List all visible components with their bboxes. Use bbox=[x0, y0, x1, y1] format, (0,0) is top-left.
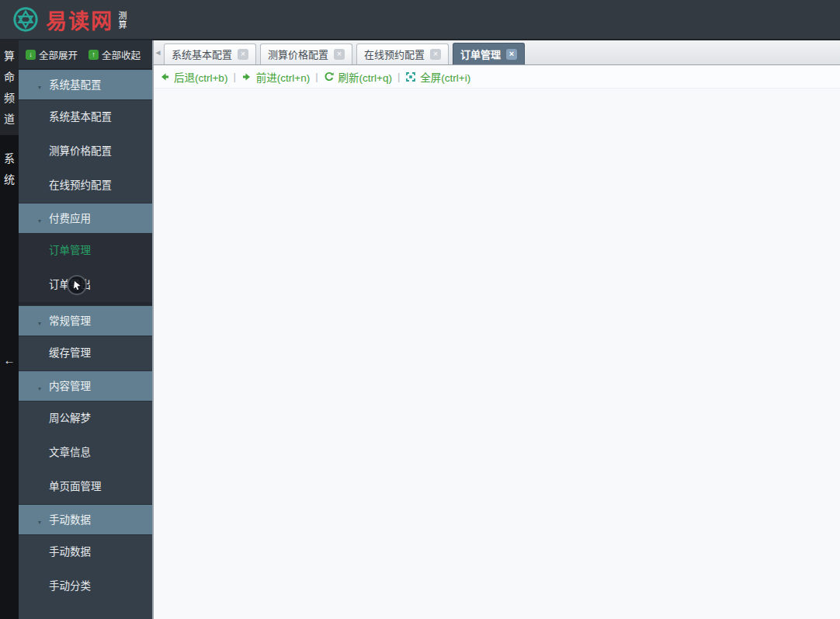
sidebar-item[interactable]: 手动分类 bbox=[19, 569, 152, 603]
sidebar-group-header[interactable]: ▾付费应用 bbox=[19, 203, 152, 234]
tabstrip: ◄ 系统基本配置×测算价格配置×在线预约配置×订单管理× bbox=[154, 40, 840, 65]
body-row: 算命频道系统 ← ↓ 全部展开 ↑ 全部收起 ▾系统基配置系统基本配置测算价格配… bbox=[0, 40, 840, 619]
sidebar-item[interactable]: 周公解梦 bbox=[19, 402, 152, 436]
chevron-down-icon[interactable]: ▾ bbox=[38, 206, 41, 237]
cmd-separator[interactable]: | bbox=[397, 71, 400, 82]
cmd-label[interactable]: 前进(ctrl+n) bbox=[256, 69, 310, 85]
tab-item[interactable]: 测算价格配置× bbox=[260, 43, 352, 64]
cmd-separator[interactable]: | bbox=[315, 71, 318, 82]
tab-close-icon[interactable]: × bbox=[430, 49, 441, 60]
cmd-forward-arrow[interactable]: 前进(ctrl+n) bbox=[241, 69, 310, 85]
refresh-icon[interactable] bbox=[324, 71, 335, 82]
sidebar-item[interactable]: 手动数据 bbox=[19, 535, 152, 569]
channel-strip-item[interactable]: 系统 bbox=[0, 143, 19, 196]
chevron-down-icon[interactable]: ▾ bbox=[38, 507, 41, 538]
expand-all-label: 全部展开 bbox=[39, 47, 78, 62]
sidebar-item[interactable]: 在线预约配置 bbox=[19, 169, 152, 203]
cmd-refresh[interactable]: 刷新(ctrl+q) bbox=[324, 69, 392, 85]
sidebar-menu: ▾系统基配置系统基本配置测算价格配置在线预约配置▾付费应用订单管理订单导出▾常规… bbox=[19, 69, 152, 619]
tab-label[interactable]: 系统基本配置 bbox=[172, 47, 232, 61]
back-arrow-icon[interactable] bbox=[159, 71, 170, 82]
tab-close-icon[interactable]: × bbox=[506, 49, 517, 60]
app-window: 易读网 测算 算命频道系统 ← ↓ 全部展开 ↑ 全部收起 ▾系统基配置系统基本… bbox=[0, 0, 840, 619]
sidebar-item[interactable]: 订单导出 bbox=[19, 268, 152, 302]
sidebar-group-header[interactable]: ▾常规管理 bbox=[19, 305, 152, 336]
green-down-arrow-icon: ↓ bbox=[26, 50, 36, 60]
sidebar-item[interactable]: 缓存管理 bbox=[19, 336, 152, 370]
green-up-arrow-icon: ↑ bbox=[89, 50, 99, 60]
cmd-label[interactable]: 刷新(ctrl+q) bbox=[338, 69, 392, 85]
tab-close-icon[interactable]: × bbox=[238, 49, 248, 60]
chevron-down-icon[interactable]: ▾ bbox=[38, 308, 41, 339]
sidebar-group-header[interactable]: ▾手动数据 bbox=[19, 504, 152, 535]
cmd-label[interactable]: 后退(ctrl+b) bbox=[174, 69, 227, 85]
sidebar-item[interactable]: 订单管理 bbox=[19, 234, 152, 268]
sidebar-item[interactable]: 系统基本配置 bbox=[19, 100, 152, 134]
collapse-all-button[interactable]: ↑ 全部收起 bbox=[89, 47, 141, 62]
fullscreen-icon[interactable] bbox=[405, 71, 416, 82]
tab-label[interactable]: 订单管理 bbox=[460, 47, 501, 61]
sidebar-item[interactable]: 测算价格配置 bbox=[19, 134, 152, 169]
chevron-down-icon[interactable]: ▾ bbox=[38, 374, 41, 405]
tab-label[interactable]: 测算价格配置 bbox=[268, 47, 328, 61]
sidebar-toolbar: ↓ 全部展开 ↑ 全部收起 bbox=[19, 40, 152, 69]
cmd-back-arrow[interactable]: 后退(ctrl+b) bbox=[159, 69, 227, 85]
tab-item[interactable]: 系统基本配置× bbox=[164, 43, 256, 64]
logo-badge: 测算 bbox=[117, 11, 127, 30]
tab-close-icon[interactable]: × bbox=[334, 49, 345, 60]
sidebar-submenu[interactable]: 系统基本配置测算价格配置在线预约配置 bbox=[19, 100, 152, 203]
sidebar-submenu[interactable]: 订单管理订单导出 bbox=[19, 234, 152, 305]
sidebar-group-header[interactable]: ▾内容管理 bbox=[19, 370, 152, 402]
tab-active[interactable]: 订单管理× bbox=[453, 43, 525, 64]
cmd-separator[interactable]: | bbox=[233, 71, 235, 82]
topbar: 易读网 测算 bbox=[0, 0, 840, 40]
sidebar-collapse-arrow[interactable]: ← bbox=[1, 352, 18, 369]
sidebar-submenu[interactable]: 手动数据手动分类 bbox=[19, 535, 152, 603]
cmd-label[interactable]: 全屏(ctrl+i) bbox=[420, 69, 470, 85]
site-logo-text: 易读网 bbox=[46, 5, 113, 35]
content-panel bbox=[154, 89, 840, 619]
channel-strip: 算命频道系统 ← bbox=[0, 40, 19, 619]
collapse-all-label: 全部收起 bbox=[102, 47, 141, 62]
tab-scroll-left-button[interactable]: ◄ bbox=[154, 40, 162, 64]
tab-label[interactable]: 在线预约配置 bbox=[364, 47, 425, 61]
sidebar-item[interactable]: 单页面管理 bbox=[19, 470, 152, 504]
chevron-down-icon[interactable]: ▾ bbox=[38, 72, 41, 103]
expand-all-button[interactable]: ↓ 全部展开 bbox=[26, 47, 78, 62]
sidebar: ↓ 全部展开 ↑ 全部收起 ▾系统基配置系统基本配置测算价格配置在线预约配置▾付… bbox=[19, 40, 154, 619]
cmd-fullscreen[interactable]: 全屏(ctrl+i) bbox=[405, 69, 470, 85]
sidebar-group-header[interactable]: ▾系统基配置 bbox=[19, 69, 152, 100]
channel-strip-item[interactable]: 算命频道 bbox=[0, 40, 19, 135]
forward-arrow-icon[interactable] bbox=[241, 71, 252, 82]
main-area: ◄ 系统基本配置×测算价格配置×在线预约配置×订单管理× 后退(ctrl+b)|… bbox=[154, 40, 840, 619]
sidebar-item[interactable]: 文章信息 bbox=[19, 436, 152, 470]
tab-item[interactable]: 在线预约配置× bbox=[356, 43, 449, 64]
hexagram-circle-icon bbox=[12, 6, 39, 33]
sidebar-submenu[interactable]: 周公解梦文章信息单页面管理 bbox=[19, 402, 152, 504]
sidebar-submenu[interactable]: 缓存管理 bbox=[19, 336, 152, 370]
command-toolbar: 后退(ctrl+b)|前进(ctrl+n)|刷新(ctrl+q)|全屏(ctrl… bbox=[154, 65, 840, 89]
